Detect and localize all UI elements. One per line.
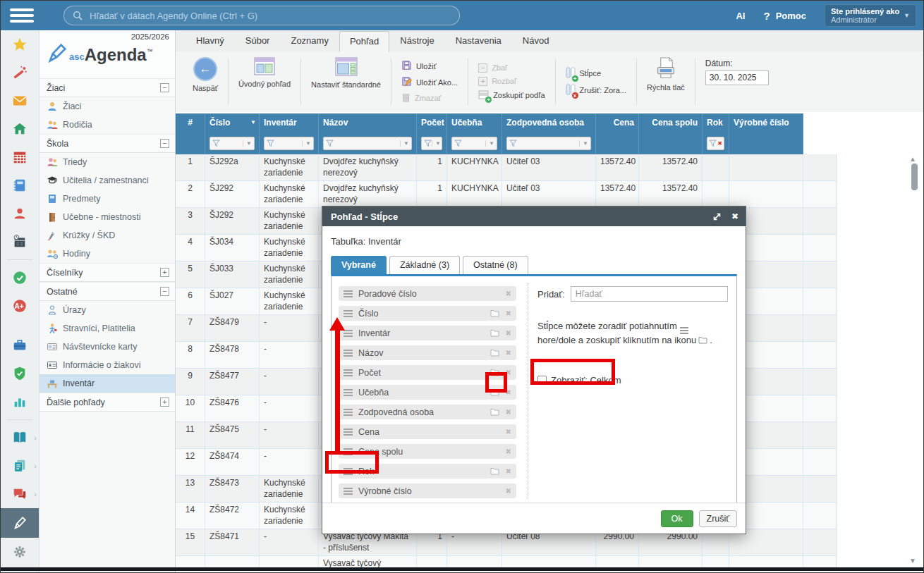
filter-dropdown[interactable]: ▼ [451,137,497,150]
column-header-vyrobne-cislo[interactable]: Výrobné číslo [729,113,803,132]
sidebar-item-ucitelia-zamestnanci[interactable]: Učitelia / zamestnanci [39,171,175,190]
group-folder-icon[interactable] [490,369,499,376]
agenda-pencil-icon[interactable] [1,508,39,538]
collapse-button[interactable]: − Zbaľ [478,63,545,73]
expand-box-icon[interactable]: + [160,398,169,407]
star-icon[interactable] [1,30,39,58]
remove-column-icon[interactable]: ✖ [506,428,511,436]
remove-column-icon[interactable]: ✖ [506,309,511,317]
sidebar-group-ostatne[interactable]: Ostatné− [39,282,175,301]
collapse-box-icon[interactable]: − [160,287,169,296]
drag-handle-icon[interactable] [344,389,353,396]
check-circle-icon[interactable] [1,264,39,292]
show-total-checkbox[interactable] [537,376,547,385]
column-header-cislo[interactable]: Číslo▼ [205,113,260,132]
global-search-input[interactable] [88,10,451,22]
shield-icon[interactable] [1,359,39,388]
column-header-nazov[interactable]: Názov [319,113,417,132]
sidebar-item-inventar[interactable]: Inventár [39,374,175,393]
column-header-[interactable]: # [176,113,205,132]
remove-column-icon[interactable]: ✖ [506,349,511,357]
menu-tab-subor[interactable]: Súbor [235,30,281,51]
dialog-column-item-cena[interactable]: Cena✖ [339,424,516,439]
column-header-rok[interactable]: Rok [703,113,729,132]
column-header-ucebna[interactable]: Učebňa [447,113,502,132]
help-button[interactable]: ? Pomoc [763,10,806,22]
messages-icon[interactable]: › [1,480,39,508]
set-default-button[interactable]: Nastaviť štandardné [311,57,381,90]
magic-wand-icon[interactable] [1,58,39,87]
drag-handle-icon[interactable] [344,448,353,455]
date-input[interactable]: 30. 10. 2025 [705,70,769,85]
remove-column-icon[interactable]: ✖ [506,408,511,416]
remove-column-icon[interactable]: ✖ [506,487,511,495]
collapse-box-icon[interactable]: − [160,139,169,148]
drag-handle-icon[interactable] [344,330,353,337]
menu-tab-pohlad[interactable]: Pohľad [339,31,389,52]
save-as-button[interactable]: Uložiť Ako... [401,76,458,88]
menu-tab-navod[interactable]: Návod [512,30,560,51]
sidebar-item-predmety[interactable]: Predmety [39,190,175,208]
save-button[interactable]: Uložiť [401,60,458,72]
sidebar-item-informacie-o-ziakovi[interactable]: Informácie o žiakovi [39,356,175,374]
cancel-sort-button[interactable]: x Zrušiť: Zora... [566,84,626,97]
column-header-inventar[interactable]: Inventár [260,113,319,132]
timetable-icon[interactable] [1,143,39,171]
drag-handle-icon[interactable] [344,310,353,317]
drag-handle-icon[interactable] [344,429,353,436]
filter-dropdown[interactable]: ▼ [323,137,412,150]
delete-button[interactable]: Zmazať [401,92,458,104]
expand-button[interactable]: + Rozbaľ [478,77,545,86]
envelope-icon[interactable] [1,87,39,115]
table-row[interactable]: 1ŠJ292aKuchynské zariadenieDvojdřez kuch… [176,154,836,181]
column-header-pocet[interactable]: Počet [417,113,447,132]
sidebar-group-dalsie-pohlady[interactable]: Ďalšie pohľady+ [39,393,175,412]
home-icon[interactable] [1,115,39,143]
collapse-box-icon[interactable]: − [160,83,169,92]
dialog-column-item-poradove-cislo[interactable]: Poradové číslo✖ [339,286,516,301]
remove-column-icon[interactable]: ✖ [506,467,511,475]
filter-dropdown[interactable]: ▼ [506,137,591,150]
dialog-column-item-vyrobne-cislo[interactable]: Výrobné číslo✖ [339,483,516,498]
notebook-icon[interactable] [1,171,39,199]
sidebar-item-navstevnicke-karty[interactable]: Návštevnícke karty [39,338,175,356]
dialog-column-item-ucebna[interactable]: Učebňa✖ [339,385,516,400]
cancel-button[interactable]: Zrušiť [699,510,737,527]
group-folder-icon[interactable] [490,329,499,337]
bar-chart-icon[interactable] [1,388,39,416]
dialog-column-item-zodpovedna-osoba[interactable]: Zodpovedná osoba✖ [339,405,516,419]
drag-handle-icon[interactable] [344,290,353,297]
sidebar-item-kruzky-skd[interactable]: Krúžky / ŠKD [39,226,175,245]
dialog-tab-ostatne-8[interactable]: Ostatné (8) [463,256,528,274]
back-button[interactable]: ← Naspäť [193,57,218,92]
menu-tab-zoznamy[interactable]: Zoznamy [280,30,339,51]
sidebar-item-ucebne-miestnosti[interactable]: Učebne - miestnosti [39,208,175,226]
remove-column-icon[interactable]: ✖ [506,369,511,376]
sidebar-item-ziaci[interactable]: Žiaci [39,97,175,116]
drag-handle-icon[interactable] [344,488,353,495]
sidebar-group-ciselniky[interactable]: Číselníky+ [39,263,175,282]
group-folder-icon[interactable] [490,408,499,416]
dialog-column-item-cena-spolu[interactable]: Cena spolu✖ [339,444,516,459]
briefcase-icon[interactable] [1,331,39,359]
dialog-tab-vybrane[interactable]: Vybrané [331,256,387,274]
sidebar-group-ziaci[interactable]: Žiaci− [39,78,175,97]
scrollbar-thumb[interactable] [911,164,918,190]
sidebar-item-rodicia[interactable]: Rodičia [39,116,175,134]
drag-handle-icon[interactable] [344,409,353,416]
dialog-column-item-cislo[interactable]: Číslo✖ [339,306,516,321]
dialog-column-item-nazov[interactable]: Názov✖ [339,345,516,360]
calendar-clock-icon[interactable] [1,228,39,256]
person-icon[interactable] [1,199,39,228]
menu-tab-nastroje[interactable]: Nástroje [389,30,444,51]
scroll-up-icon[interactable]: ▲ [909,155,916,163]
menu-tab-nastavenia[interactable]: Nastavenia [445,30,512,51]
dialog-column-item-rok[interactable]: Rok✖ [339,464,516,479]
drag-handle-icon[interactable] [344,468,353,475]
grades-icon[interactable]: A+ [1,292,39,320]
scroll-down-icon[interactable]: ▼ [909,557,916,565]
column-header-cena-spolu[interactable]: Cena spolu [639,113,703,132]
library-icon[interactable]: › [1,424,39,452]
group-by-button[interactable]: + Zoskupiť podľa [478,90,545,101]
group-folder-icon[interactable] [490,349,499,357]
